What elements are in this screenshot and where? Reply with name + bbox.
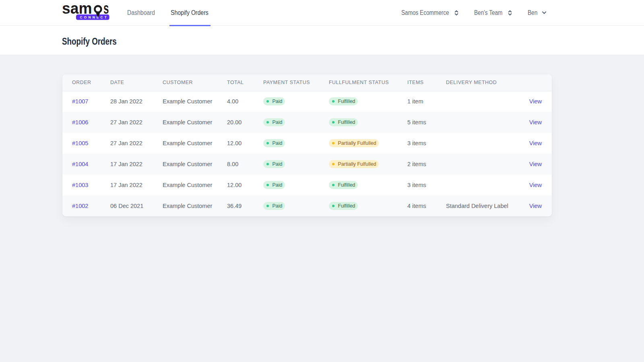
svg-text:sam: sam <box>62 0 92 17</box>
svg-text:s: s <box>103 0 109 17</box>
svg-text:CONNECT: CONNECT <box>80 15 108 19</box>
